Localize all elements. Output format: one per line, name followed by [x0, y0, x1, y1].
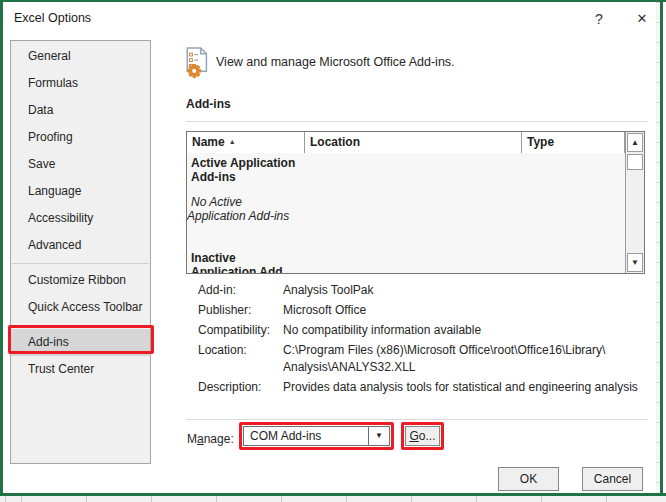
- ok-button[interactable]: OK: [498, 467, 559, 491]
- group-active-application-addins: Active Application Add-ins: [191, 156, 309, 184]
- detail-value: C:\Program Files (x86)\Microsoft Office\…: [283, 342, 605, 376]
- annotation-red-box-go: Go...: [401, 422, 444, 450]
- sidebar-item-proofing[interactable]: Proofing: [11, 124, 150, 151]
- sidebar-item-language[interactable]: Language: [11, 178, 150, 205]
- scroll-down-button[interactable]: ▼: [627, 253, 643, 272]
- annotation-red-box-manage-dropdown: COM Add-ins ▼: [239, 422, 394, 450]
- location-path-line: C:\Program Files (x86)\Microsoft Office\…: [283, 342, 605, 359]
- scroll-up-button[interactable]: ▲: [627, 133, 643, 152]
- location-path-line: Analysis\ANALYS32.XLL: [283, 359, 605, 376]
- group-inactive-application-addins: Inactive Application Add: [191, 251, 309, 273]
- sidebar-item-quick-access-toolbar[interactable]: Quick Access Toolbar: [11, 294, 150, 321]
- detail-value: Provides data analysis tools for statist…: [283, 379, 638, 396]
- manage-label: Manage:: [187, 432, 234, 446]
- group-label-line: Active Application: [191, 156, 309, 170]
- options-sidebar: General Formulas Data Proofing Save Lang…: [10, 40, 151, 464]
- addin-details: Add-in: Analysis ToolPak Publisher: Micr…: [198, 282, 650, 399]
- column-header-name[interactable]: Name▲: [187, 132, 305, 153]
- detail-row-description: Description: Provides data analysis tool…: [198, 379, 650, 396]
- sidebar-divider: [12, 325, 149, 326]
- sidebar-item-general[interactable]: General: [11, 43, 150, 70]
- table-body: Active Application Add-ins No Active App…: [187, 154, 625, 273]
- group-label-line: Application Add: [191, 265, 309, 273]
- sort-ascending-icon: ▲: [229, 138, 236, 145]
- dialog-title: Excel Options: [14, 11, 91, 25]
- page-description: View and manage Microsoft Office Add-ins…: [216, 55, 455, 69]
- dropdown-button[interactable]: ▼: [368, 427, 389, 445]
- detail-label: Compatibility:: [198, 322, 283, 339]
- sidebar-item-accessibility[interactable]: Accessibility: [11, 205, 150, 232]
- sidebar-item-trust-center[interactable]: Trust Center: [11, 356, 150, 383]
- group-label-line: Inactive: [191, 251, 309, 265]
- detail-row-location: Location: C:\Program Files (x86)\Microso…: [198, 342, 650, 376]
- sidebar-item-formulas[interactable]: Formulas: [11, 70, 150, 97]
- table-scrollbar[interactable]: ▲ ▼: [625, 132, 644, 273]
- note-line: No Active: [187, 195, 317, 209]
- chevron-down-icon: ▼: [375, 431, 383, 440]
- go-button[interactable]: Go...: [405, 426, 440, 446]
- addins-heading: Add-ins: [186, 97, 231, 111]
- divider: [186, 121, 648, 122]
- manage-dropdown-value: COM Add-ins: [250, 427, 321, 445]
- table-header-row: Name▲ Location Type: [187, 132, 644, 153]
- column-header-location[interactable]: Location: [305, 132, 522, 153]
- sidebar-item-data[interactable]: Data: [11, 97, 150, 124]
- column-header-name-label: Name: [192, 135, 225, 149]
- sidebar-divider: [12, 263, 149, 264]
- addins-page-icon: [184, 46, 212, 79]
- detail-value: No compatibility information available: [283, 322, 481, 339]
- detail-label: Add-in:: [198, 282, 283, 299]
- detail-value: Analysis ToolPak: [283, 282, 374, 299]
- column-header-type[interactable]: Type: [522, 132, 625, 153]
- sidebar-item-add-ins[interactable]: Add-ins: [11, 329, 150, 356]
- manage-label-part: M: [187, 432, 197, 446]
- group-label-line: Add-ins: [191, 170, 309, 184]
- manage-label-part: nage:: [204, 432, 234, 446]
- excel-sheet-bottom-sliver: [0, 496, 666, 502]
- excel-options-dialog: Excel Options ? ✕ General Formulas Data …: [3, 2, 656, 493]
- detail-label: Publisher:: [198, 302, 283, 319]
- sidebar-item-advanced[interactable]: Advanced: [11, 232, 150, 259]
- detail-label: Description:: [198, 379, 283, 396]
- manage-label-accel: a: [197, 432, 204, 446]
- detail-row-compatibility: Compatibility: No compatibility informat…: [198, 322, 650, 339]
- detail-value: Microsoft Office: [283, 302, 366, 319]
- manage-dropdown[interactable]: COM Add-ins ▼: [243, 426, 390, 446]
- divider: [186, 419, 648, 420]
- detail-row-addin: Add-in: Analysis ToolPak: [198, 282, 650, 299]
- go-button-accel: G: [409, 429, 418, 443]
- detail-label: Location:: [198, 342, 283, 376]
- detail-row-publisher: Publisher: Microsoft Office: [198, 302, 650, 319]
- gear-icon: [187, 64, 201, 78]
- scrollbar-thumb[interactable]: [627, 154, 643, 170]
- sidebar-item-customize-ribbon[interactable]: Customize Ribbon: [11, 267, 150, 294]
- cancel-button[interactable]: Cancel: [582, 467, 643, 491]
- no-active-addins-note: No Active Application Add-ins: [187, 195, 317, 223]
- note-line: Application Add-ins: [187, 209, 317, 223]
- help-icon[interactable]: ?: [588, 8, 610, 30]
- excel-window-right-edge: [660, 0, 663, 496]
- close-icon[interactable]: ✕: [631, 8, 653, 30]
- addins-table: Name▲ Location Type Active Application A…: [186, 131, 645, 274]
- scroll-down-icon: ▼: [628, 254, 642, 271]
- screenshot-root: Excel Options ? ✕ General Formulas Data …: [0, 0, 666, 502]
- scroll-up-icon: ▲: [628, 134, 642, 151]
- sidebar-item-save[interactable]: Save: [11, 151, 150, 178]
- go-button-label: o...: [419, 429, 436, 443]
